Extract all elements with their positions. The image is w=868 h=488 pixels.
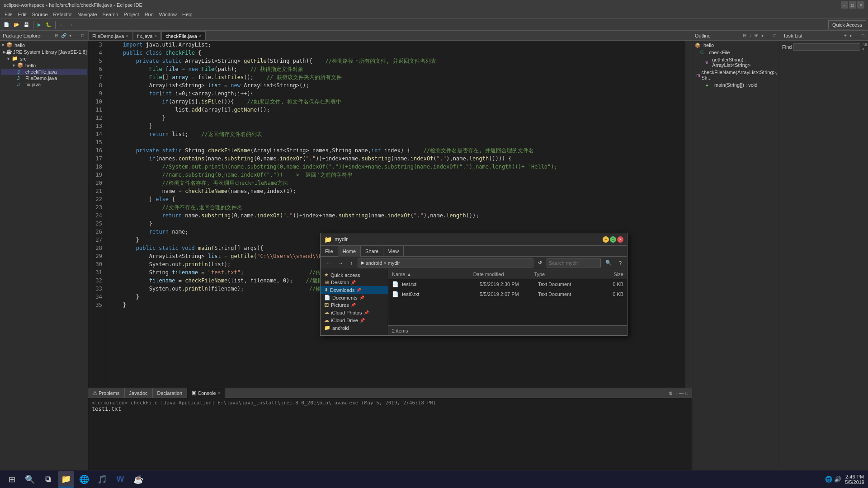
fe-sidebar-quickaccess[interactable]: ★ Quick access: [321, 271, 388, 279]
fe-minimize-button[interactable]: −: [603, 236, 609, 243]
taskbar-file-explorer[interactable]: 📁: [58, 471, 74, 488]
fe-close-button[interactable]: ×: [617, 236, 623, 243]
taskbar-browser[interactable]: 🌐: [76, 471, 92, 488]
panel-minimize-button[interactable]: —: [73, 33, 80, 38]
fe-back-button[interactable]: ←: [323, 259, 334, 267]
fe-up-button[interactable]: ↑: [348, 259, 356, 267]
forward-button[interactable]: →: [67, 20, 75, 29]
panel-menu-button[interactable]: ▾: [68, 33, 72, 38]
back-button[interactable]: ←: [58, 20, 66, 29]
console-scroll-button[interactable]: ↓: [674, 390, 678, 396]
fe-tab-share[interactable]: Share: [361, 246, 383, 257]
fe-file-row-test0[interactable]: 📄 test0.txt 5/5/2019 2:07 PM Text Docume…: [388, 289, 627, 299]
maximize-button[interactable]: □: [849, 1, 856, 9]
menu-navigate[interactable]: Navigate: [75, 12, 99, 17]
debug-button[interactable]: 🐛: [44, 20, 53, 29]
task-maximize-button[interactable]: □: [861, 33, 865, 38]
tab-fix[interactable]: fix.java ×: [133, 31, 161, 40]
tree-item-checkfile[interactable]: J checkFile.java: [1, 69, 87, 75]
fe-tab-file[interactable]: File: [321, 246, 338, 257]
menu-source[interactable]: Source: [29, 12, 51, 17]
task-view-button[interactable]: ⧉: [40, 471, 56, 488]
tab-console[interactable]: ▣ Console ×: [187, 388, 225, 398]
open-button[interactable]: 📂: [12, 20, 21, 29]
taskbar-search-button[interactable]: 🔍: [22, 471, 38, 488]
col-date-header[interactable]: Date modified: [473, 272, 534, 277]
menu-file[interactable]: File: [2, 12, 15, 17]
outline-collapse-button[interactable]: ⊟: [742, 33, 747, 38]
minimize-button[interactable]: −: [841, 1, 848, 9]
console-clear-button[interactable]: 🗑: [668, 390, 674, 396]
fe-tab-view[interactable]: View: [383, 246, 404, 257]
quick-access-button[interactable]: Quick Access: [828, 20, 866, 29]
tree-item-jre[interactable]: ▶ ☕ JRE System Library [JavaSE-1.8]: [1, 48, 87, 55]
outline-hello-project[interactable]: 📦 hello: [693, 42, 779, 49]
tab-fix-close[interactable]: ×: [154, 33, 157, 38]
tab-filedemo-close[interactable]: ×: [126, 33, 128, 38]
taskbar-eclipse[interactable]: ☕: [130, 471, 146, 488]
taskbar-media[interactable]: 🎵: [94, 471, 110, 488]
menu-help[interactable]: Help: [179, 12, 195, 17]
fe-refresh-button[interactable]: ↺: [535, 258, 545, 267]
fe-sidebar-icloud-photos[interactable]: ☁ iCloud Photos 📌: [321, 309, 388, 316]
save-button[interactable]: 💾: [22, 20, 31, 29]
col-size-header[interactable]: Size: [595, 272, 623, 277]
new-button[interactable]: 📄: [2, 20, 11, 29]
outline-maximize-button[interactable]: □: [773, 33, 777, 38]
tab-checkfile[interactable]: checkFile.java ×: [161, 31, 206, 40]
tree-item-src[interactable]: ▼ 📁 src: [1, 55, 87, 62]
col-type-header[interactable]: Type: [534, 272, 595, 277]
menu-search[interactable]: Search: [100, 12, 121, 17]
col-name-header[interactable]: Name ▲: [392, 272, 473, 277]
tree-item-hello-project[interactable]: ▼ 📦 hello: [1, 42, 87, 48]
run-button[interactable]: ▶: [36, 20, 43, 29]
task-minimize-button[interactable]: —: [854, 33, 860, 38]
menu-refactor[interactable]: Refactor: [51, 12, 75, 17]
fe-sidebar-pictures[interactable]: 🖼 Pictures 📌: [321, 301, 388, 309]
fe-forward-button[interactable]: →: [335, 259, 346, 267]
menu-run[interactable]: Run: [142, 12, 156, 17]
fe-sidebar-desktop[interactable]: 🖥 Desktop 📌: [321, 279, 388, 286]
task-find-input[interactable]: [793, 43, 860, 51]
outline-main-method[interactable]: ● main(String[]) : void: [693, 81, 779, 89]
fe-sidebar-android[interactable]: 📁 android: [321, 324, 388, 332]
taskbar-word[interactable]: W: [112, 471, 128, 488]
outline-sort-button[interactable]: ↕: [748, 33, 752, 38]
outline-menu-button[interactable]: ▾: [760, 33, 764, 38]
menu-edit[interactable]: Edit: [15, 12, 29, 17]
outline-hide-button[interactable]: 👁: [753, 33, 760, 38]
fe-maximize-button[interactable]: □: [610, 236, 616, 243]
fe-help-button[interactable]: ?: [616, 259, 624, 267]
console-tab-close[interactable]: ×: [218, 391, 220, 395]
tab-javadoc[interactable]: Javadoc: [125, 388, 153, 398]
fe-tab-home[interactable]: Home: [338, 246, 361, 257]
close-button[interactable]: ×: [857, 1, 864, 9]
outline-checkfilename-method[interactable]: m checkFileName(ArrayList<String>, Str..…: [693, 69, 779, 81]
tab-declaration[interactable]: Declaration: [153, 388, 188, 398]
fe-search-button[interactable]: 🔍: [603, 258, 614, 267]
start-button[interactable]: ⊞: [4, 471, 20, 488]
fe-search-input[interactable]: [547, 258, 601, 267]
tab-filedemo[interactable]: FileDemo.java ×: [88, 31, 132, 40]
fe-sidebar-documents[interactable]: 📄 Documents 📌: [321, 294, 388, 301]
menu-window[interactable]: Window: [156, 12, 179, 17]
fe-path-bar[interactable]: ▶ android > mydir: [358, 258, 533, 267]
fe-file-row-test[interactable]: 📄 test.txt 5/5/2019 2:30 PM Text Documen…: [388, 279, 627, 289]
task-add-button[interactable]: +: [843, 33, 848, 38]
outline-getfile-method[interactable]: m getFile(String) : ArrayList<String>: [693, 56, 779, 69]
task-menu-button[interactable]: ▾: [849, 33, 853, 38]
tree-item-fix[interactable]: J fix.java: [1, 81, 87, 88]
panel-minimize-btn2[interactable]: —: [678, 390, 684, 396]
panel-maximize-button[interactable]: □: [80, 33, 85, 38]
tab-problems[interactable]: ⚠ Problems: [88, 388, 125, 398]
fe-sidebar-downloads[interactable]: ⬇ Downloads 📌: [321, 286, 388, 294]
tree-item-hello-package[interactable]: ▼ 📦 hello: [1, 62, 87, 69]
outline-minimize-button[interactable]: —: [765, 33, 772, 38]
outline-checkfile-class[interactable]: C checkFile: [693, 49, 779, 56]
editor-vertical-scrollbar[interactable]: [685, 41, 692, 388]
menu-project[interactable]: Project: [121, 12, 142, 17]
tree-item-filedemo[interactable]: J FileDemo.java: [1, 75, 87, 81]
collapse-all-button[interactable]: ⊟: [54, 33, 59, 38]
link-editor-button[interactable]: 🔗: [60, 33, 67, 38]
tab-checkfile-close[interactable]: ×: [199, 33, 202, 38]
